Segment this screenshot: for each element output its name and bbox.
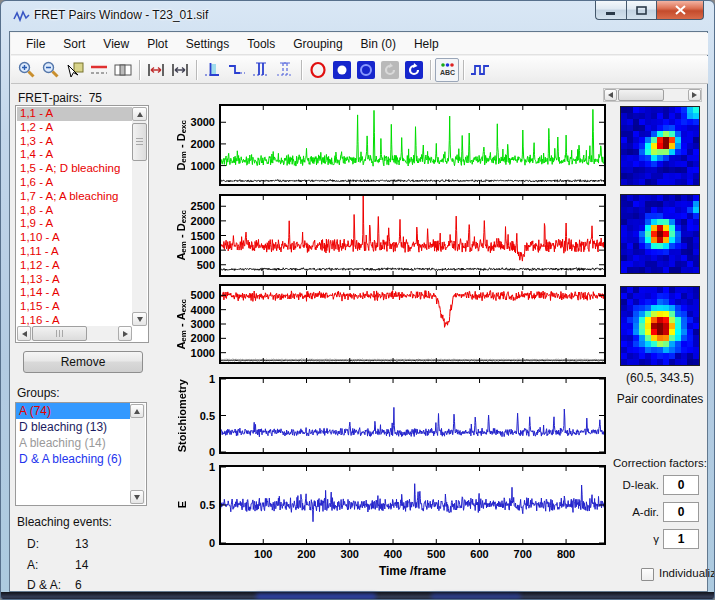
app-icon [13, 9, 30, 23]
rotate-disabled-icon [378, 58, 402, 82]
close-button[interactable] [657, 1, 704, 20]
individualized-label: Individualized [659, 567, 715, 579]
menu-item[interactable]: Sort [54, 34, 94, 54]
gamma-label: γ [599, 533, 659, 545]
abc-labels-icon[interactable]: ABC [435, 58, 459, 82]
menu-item[interactable]: Bin (0) [352, 34, 405, 54]
menu-item[interactable]: File [17, 34, 54, 54]
y-axis-label: Aem - Aexc [166, 284, 198, 364]
toolbar: ABC [11, 56, 708, 84]
pairs-horizontal-scrollbar[interactable] [17, 326, 132, 341]
pair-item[interactable]: 1,9 - A [17, 217, 132, 231]
step-region-icon[interactable] [249, 58, 273, 82]
menu-item[interactable]: Help [405, 34, 448, 54]
plot-aem-dexc[interactable]: 5001000150020002500Aem - Dexc [166, 194, 608, 277]
pair-item[interactable]: 1,14 - A [17, 286, 132, 300]
scroll-right-button[interactable] [118, 326, 132, 341]
pair-item[interactable]: 1,12 - A [17, 259, 132, 273]
d-leak-label: D-leak. [599, 479, 659, 491]
groups-label: Groups: [17, 386, 60, 400]
bleaching-row-da: D & A:6 [27, 578, 82, 592]
scroll-up-button[interactable] [132, 107, 147, 121]
plot-aem-aexc[interactable]: 10002000300040005000Aem - Aexc [166, 284, 608, 364]
fret-pairs-list[interactable]: 1,1 - A1,2 - A1,3 - A1,4 - A1,5 - A; D b… [15, 105, 149, 343]
menu-item[interactable]: View [94, 34, 138, 54]
a-dir-label: A-dir. [599, 506, 659, 518]
scroll-right-button[interactable] [688, 89, 701, 101]
group-item[interactable]: D & A bleaching (6) [16, 451, 130, 467]
marker-filled-icon[interactable] [330, 58, 354, 82]
menu-item[interactable]: Settings [177, 34, 238, 54]
scroll-down-button[interactable] [132, 312, 147, 326]
ellipse-select-icon[interactable] [306, 58, 330, 82]
pair-item[interactable]: 1,11 - A [17, 245, 132, 259]
scroll-thumb[interactable] [618, 89, 664, 101]
step-trace-icon[interactable] [225, 58, 249, 82]
group-item[interactable]: A (74) [16, 403, 130, 419]
bleaching-row-d: D:13 [27, 537, 88, 551]
menu-item[interactable]: Plot [138, 34, 177, 54]
x-limits-window-icon[interactable] [168, 58, 192, 82]
pair-item[interactable]: 1,4 - A [17, 148, 132, 162]
x-axis-label: Time /frame [219, 564, 606, 578]
rotate-icon[interactable] [402, 58, 426, 82]
scroll-down-button[interactable] [130, 490, 144, 504]
title-bar[interactable]: FRET Pairs Window - T23_01.sif [1, 1, 714, 31]
individualized-checkbox[interactable] [641, 568, 654, 581]
pair-coordinates-value: (60.5, 343.5) [605, 371, 715, 385]
scroll-thumb[interactable] [32, 326, 87, 341]
group-item[interactable]: A bleaching (14) [16, 435, 130, 451]
menu-bar: FileSortViewPlotSettingsToolsGroupingBin… [11, 33, 708, 55]
pair-item[interactable]: 1,1 - A [17, 107, 132, 121]
x-tick-label: 800 [541, 548, 591, 560]
scroll-thumb[interactable] [132, 123, 147, 161]
panel-view-icon[interactable] [111, 58, 135, 82]
x-limits-full-icon[interactable] [144, 58, 168, 82]
zoom-in-icon[interactable] [15, 58, 39, 82]
scroll-left-button[interactable] [604, 89, 617, 101]
group-item[interactable]: D bleaching (13) [16, 419, 130, 435]
pair-item[interactable]: 1,15 - A [17, 300, 132, 314]
scroll-up-button[interactable] [130, 404, 144, 418]
scroll-left-button[interactable] [17, 326, 31, 341]
pair-item[interactable]: 1,6 - A [17, 176, 132, 190]
pair-item[interactable]: 1,10 - A [17, 231, 132, 245]
pairs-vertical-scrollbar[interactable] [132, 107, 147, 326]
pair-item[interactable]: 1,8 - A [17, 204, 132, 218]
correction-factors-title: Correction factors: [597, 457, 707, 469]
fret-spot-image [620, 194, 700, 274]
svg-text:ABC: ABC [440, 69, 455, 76]
plot-dem-dexc[interactable]: 100020003000Dem - Dexc [166, 104, 608, 186]
y-axis-label: E [166, 465, 198, 545]
a-dir-input[interactable] [663, 502, 699, 522]
pair-item[interactable]: 1,7 - A; A bleaching [17, 190, 132, 204]
plot-efficiency[interactable]: 00.51E100200300400500600700800Time /fram… [166, 465, 608, 545]
threshold-line-icon[interactable] [87, 58, 111, 82]
zoom-out-icon[interactable] [39, 58, 63, 82]
remove-button[interactable]: Remove [23, 351, 143, 373]
marker-outline-icon[interactable] [354, 58, 378, 82]
step-edge-icon[interactable] [201, 58, 225, 82]
pair-item[interactable]: 1,16 - A [17, 314, 132, 326]
pair-item[interactable]: 1,5 - A; D bleaching [17, 162, 132, 176]
minimize-button[interactable] [595, 1, 626, 20]
menu-item[interactable]: Grouping [284, 34, 351, 54]
data-cursor-icon[interactable] [63, 58, 87, 82]
step-region-dashed-icon[interactable] [273, 58, 297, 82]
maximize-button[interactable] [626, 1, 657, 20]
plot-stoichiometry[interactable]: 00.51Stoichiometry [166, 377, 608, 454]
pair-scrollbar[interactable] [603, 88, 702, 102]
menu-item[interactable]: Tools [238, 34, 284, 54]
window-title: FRET Pairs Window - T23_01.sif [34, 8, 208, 22]
groups-vertical-scrollbar[interactable] [130, 404, 145, 504]
gamma-input[interactable] [663, 529, 699, 549]
bleaching-events-label: Bleaching events: [17, 515, 112, 529]
pair-item[interactable]: 1,2 - A [17, 121, 132, 135]
pair-item[interactable]: 1,3 - A [17, 135, 132, 149]
pairs-count-label: FRET-pairs: 75 [18, 91, 102, 105]
groups-list[interactable]: A (74)D bleaching (13)A bleaching (14)D … [15, 402, 147, 506]
window-bottom-frame [1, 592, 715, 600]
pulse-binning-icon[interactable] [468, 58, 492, 82]
d-leak-input[interactable] [663, 475, 699, 495]
pair-item[interactable]: 1,13 - A [17, 273, 132, 287]
